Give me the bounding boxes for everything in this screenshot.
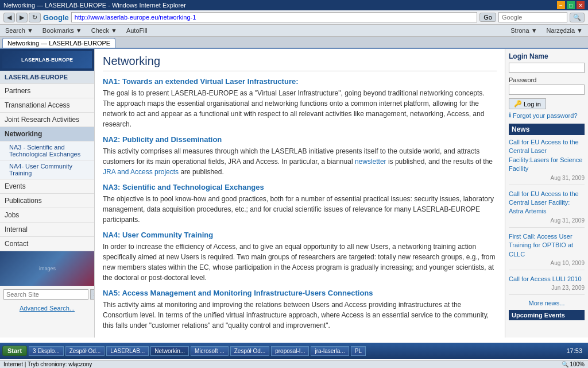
news-section: News Call for EU Access to the Central L…: [509, 124, 585, 320]
address-bar: ◀ ▶ ↻ Google Go 🔍: [0, 10, 588, 25]
zoom-icon: 🔍: [562, 361, 568, 367]
login-title: Login Name: [509, 52, 585, 60]
sidebar-item-label: Joint Research Activities: [5, 116, 79, 124]
page-title: Networking: [103, 55, 497, 71]
section-title-na6: NA6: Foresight activities: [103, 336, 497, 338]
section-na3: NA3: Scientific and Technological Exchan…: [103, 183, 497, 225]
site-search-input[interactable]: [3, 289, 88, 300]
newsletter-link[interactable]: newsletter: [355, 158, 386, 166]
section-text-na1: The goal is to present LASERLAB-EUROPE a…: [103, 88, 497, 129]
sidebar-item-publications[interactable]: Publications: [0, 194, 94, 208]
sidebar-sub-label: NA3 - Scientific and Technological Excha…: [9, 144, 80, 158]
sidebar-item-networking[interactable]: Networking: [0, 127, 94, 141]
window-title: Networking — LASERLAB-EUROPE - Windows I…: [3, 2, 186, 9]
sidebar-nav: LASERLAB-EUROPE Partners Transnational A…: [0, 71, 94, 251]
sidebar-item-label: Events: [5, 182, 26, 190]
start-button[interactable]: Start: [2, 346, 27, 356]
window-controls: − □ ✕: [557, 1, 585, 9]
page-wrapper: LASERLAB-EUROPE LASERLAB-EUROPE Partners…: [0, 49, 588, 338]
sidebar-item-label: Contact: [5, 240, 28, 248]
taskbar-app-6[interactable]: Zespół Od...: [230, 346, 269, 356]
forgot-label: Forgot your password?: [513, 112, 578, 119]
search-input[interactable]: [498, 12, 567, 22]
news-date-1: Aug 31, 2009: [509, 175, 585, 181]
back-button[interactable]: ◀: [3, 13, 15, 22]
login-name-input[interactable]: [509, 63, 585, 73]
section-na5: NA5: Access Management and Monitoring In…: [103, 289, 497, 331]
narzedzia-toolbar[interactable]: Narzędzia ▼: [544, 26, 586, 35]
strona-toolbar[interactable]: Strona ▼: [508, 26, 540, 35]
status-bar: Internet | Tryb chroniony: włączony 🔍 10…: [0, 360, 588, 368]
sidebar-item-label: Transnational Access: [5, 101, 70, 109]
taskbar-app-7[interactable]: proposal-l...: [271, 346, 309, 356]
news-link-1[interactable]: Call for EU Access to the Central Laser …: [509, 138, 585, 174]
login-button-label: Log in: [524, 101, 541, 108]
news-link-4[interactable]: Call for Access LULI 2010: [509, 275, 585, 283]
taskbar-app-lang[interactable]: PL: [351, 346, 366, 356]
login-button[interactable]: 🔑 Log in: [509, 98, 546, 109]
logo-image: LASERLAB-EUROPE: [2, 51, 92, 68]
taskbar-app-8[interactable]: jra-laserla...: [311, 346, 349, 356]
key-icon: 🔑: [514, 100, 522, 108]
bookmarks-label: Bookmarks ▼: [42, 27, 82, 34]
section-na2: NA2: Publicity and Dissemination This ac…: [103, 135, 497, 177]
sidebar-item-events[interactable]: Events: [0, 179, 94, 194]
advanced-search-link[interactable]: Advanced Search...: [0, 303, 94, 313]
forward-button[interactable]: ▶: [16, 13, 28, 22]
news-date-3: Aug 10, 2009: [509, 260, 585, 266]
sidebar-item-label: Networking: [5, 130, 42, 138]
sidebar-item-label: Internal: [5, 225, 28, 233]
active-tab[interactable]: Networking — LASERLAB-EUROPE: [2, 38, 115, 48]
search-toolbar[interactable]: Search ▼: [2, 26, 36, 35]
site-search-button[interactable]: Search: [90, 289, 95, 300]
maximize-button[interactable]: □: [567, 1, 575, 9]
taskbar-app-3[interactable]: LASERLAB...: [106, 346, 149, 356]
info-icon: ℹ: [509, 112, 511, 119]
sidebar: LASERLAB-EUROPE LASERLAB-EUROPE Partners…: [0, 49, 95, 338]
sidebar-item-label: Partners: [5, 87, 30, 95]
sidebar-sub-na3[interactable]: NA3 - Scientific and Technological Excha…: [0, 141, 94, 160]
more-news-link[interactable]: More news...: [509, 300, 585, 306]
news-link-2[interactable]: Call for EU Access to the Central Laser …: [509, 190, 585, 216]
search-button[interactable]: 🔍: [570, 13, 585, 22]
taskbar-app-4[interactable]: Networkin...: [150, 346, 189, 356]
close-button[interactable]: ✕: [577, 1, 585, 9]
sidebar-item-contact[interactable]: Contact: [0, 237, 94, 251]
sidebar-item-partners[interactable]: Partners: [0, 84, 94, 98]
sidebar-item-laserlab[interactable]: LASERLAB-EUROPE: [0, 71, 94, 84]
section-na1: NA1: Towards an extended Virtual Laser I…: [103, 77, 497, 129]
windows-taskbar: Start 3 Eksplo... Zespół Od... LASERLAB.…: [0, 343, 588, 359]
section-title-na2: NA2: Publicity and Dissemination: [103, 135, 497, 144]
news-link-3[interactable]: First Call: Access User Training for OPT…: [509, 232, 585, 259]
toolbar: Search ▼ Bookmarks ▼ Check ▼ AutoFill St…: [0, 25, 588, 37]
bookmarks-toolbar[interactable]: Bookmarks ▼: [40, 26, 85, 35]
search-label: Search ▼: [5, 27, 33, 34]
password-input[interactable]: [509, 85, 585, 95]
check-toolbar[interactable]: Check ▼: [88, 26, 120, 35]
taskbar-app-1[interactable]: 3 Eksplo...: [29, 346, 64, 356]
sidebar-sub-na4[interactable]: NA4- User Community Training: [0, 160, 94, 179]
taskbar-app-5[interactable]: Microsoft ...: [191, 346, 229, 356]
sidebar-item-jobs[interactable]: Jobs: [0, 208, 94, 223]
news-header: News: [509, 124, 585, 135]
refresh-button[interactable]: ↻: [29, 13, 41, 22]
logo-text: LASERLAB-EUROPE: [21, 57, 73, 63]
sidebar-item-jra[interactable]: Joint Research Activities: [0, 113, 94, 127]
sidebar-item-internal[interactable]: Internal: [0, 223, 94, 237]
sidebar-item-transnational[interactable]: Transnational Access: [0, 98, 94, 113]
jra-link[interactable]: JRA and Access projects: [103, 168, 179, 176]
zoom-level: 🔍 100%: [562, 361, 585, 367]
forgot-password-link[interactable]: ℹ Forgot your password?: [509, 112, 585, 119]
go-button[interactable]: Go: [479, 13, 496, 22]
autofill-toolbar[interactable]: AutoFill: [123, 26, 150, 35]
right-panel: Login Name Password 🔑 Log in ℹ Forgot yo…: [505, 49, 588, 338]
minimize-button[interactable]: −: [557, 1, 565, 9]
zoom-value: 100%: [570, 361, 585, 367]
taskbar-app-2[interactable]: Zespół Od...: [65, 346, 105, 356]
sidebar-sub-label: NA4- User Community Training: [9, 163, 72, 177]
section-text-na4: In order to increase the efficiency of A…: [103, 241, 497, 283]
section-title-na1: NA1: Towards an extended Virtual Laser I…: [103, 77, 497, 86]
autofill-label: AutoFill: [126, 27, 148, 34]
password-label: Password: [509, 76, 585, 83]
url-input[interactable]: [71, 12, 478, 22]
